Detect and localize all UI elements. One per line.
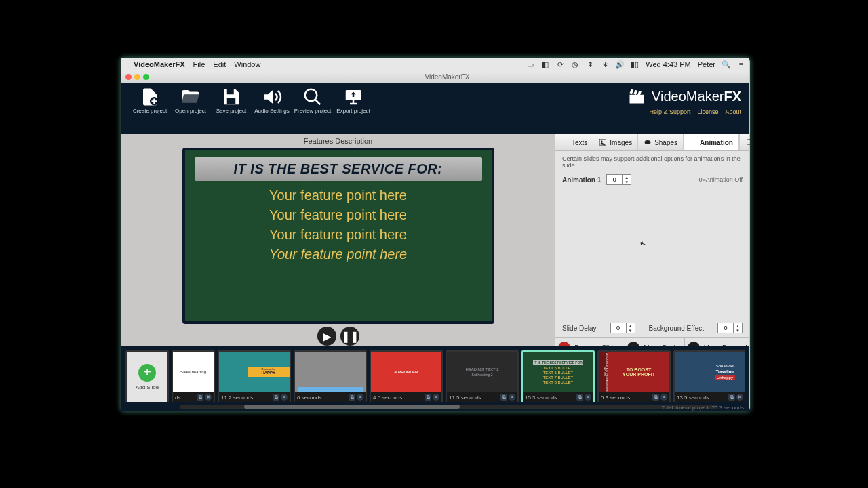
thumb: She lovesTravelingUnhappy	[675, 352, 745, 392]
timeline-slide-selected[interactable]: IT IS THE BEST SERVICE FOR TEXT 5 BULLET…	[521, 350, 595, 402]
clapperboard-icon	[627, 87, 646, 106]
play-button[interactable]: ▶	[317, 327, 336, 346]
menu-icon[interactable]: ◧	[541, 60, 549, 68]
bullet-2[interactable]: Your feature point here	[269, 207, 407, 223]
copy-icon[interactable]: ⧉	[728, 394, 735, 401]
slide-delay-label: Slide Delay	[562, 325, 597, 332]
tab-images[interactable]: Images	[593, 134, 638, 150]
timeline-scrollbar[interactable]	[180, 405, 718, 409]
tab-shapes[interactable]: Shapes	[638, 134, 684, 150]
menu-icon[interactable]: ▭	[526, 60, 534, 68]
delete-icon[interactable]: ✕	[357, 394, 363, 401]
spin-up-icon[interactable]: ▲	[623, 175, 631, 180]
spin-down-icon[interactable]: ▼	[623, 180, 631, 184]
delete-icon[interactable]: ✕	[433, 394, 439, 401]
copy-icon[interactable]: ⧉	[273, 394, 279, 401]
animation-icon	[689, 138, 697, 146]
speaker-icon	[262, 87, 282, 107]
svg-point-7	[645, 140, 651, 144]
copy-icon[interactable]: ⧉	[197, 394, 203, 401]
project-total-time: Total time of project: 70.3 seconds	[662, 405, 744, 411]
clock-icon[interactable]: ◷	[571, 60, 579, 68]
animation-value[interactable]	[607, 176, 622, 183]
animation-spinner[interactable]: ▲▼	[606, 174, 631, 185]
copy-icon[interactable]: ⧉	[425, 394, 431, 401]
folder-open-icon	[180, 87, 201, 107]
audio-settings-button[interactable]: Audio Settings	[252, 87, 292, 114]
side-panel: Texts Images Shapes Animation Certain sl…	[555, 134, 749, 358]
menubar-file[interactable]: File	[193, 60, 205, 68]
panel-body: Certain slides may support additional op…	[555, 151, 749, 319]
timeline-slide[interactable]: LET US SHOW YOU THE FEATURES WE INCLUDE …	[597, 350, 671, 402]
export-project-button[interactable]: Export project	[333, 87, 374, 114]
sync-icon[interactable]: ⟳	[556, 60, 564, 68]
cursor-icon: ↖	[638, 239, 648, 250]
thumb	[295, 352, 366, 392]
timeline-slide[interactable]: HEADING TEXT 2Subheading 2 11.5 seconds⧉…	[446, 350, 519, 402]
magnify-icon	[302, 87, 323, 107]
delete-icon[interactable]: ✕	[281, 394, 288, 401]
zoom-window-button[interactable]	[143, 74, 149, 80]
list-icon[interactable]: ≡	[737, 60, 745, 68]
add-slide-button[interactable]: + Add Slide	[125, 350, 169, 402]
canvas-area: Features Description IT IS THE BEST SERV…	[121, 134, 555, 358]
bullet-4[interactable]: Your feature point here	[269, 247, 407, 262]
bg-effect-spinner[interactable]: ▲▼	[717, 323, 743, 333]
menubar-window[interactable]: Window	[234, 60, 260, 68]
about-link[interactable]: About	[725, 108, 741, 115]
copy-icon[interactable]: ⧉	[500, 394, 507, 401]
menubar-clock[interactable]: Wed 4:43 PM	[646, 60, 690, 68]
license-link[interactable]: License	[697, 108, 718, 115]
bg-effect-label: Background Effect	[648, 325, 704, 332]
preview-project-button[interactable]: Preview project	[292, 87, 333, 114]
timeline-slide[interactable]: Run can beHAPPY 11.2 seconds⧉✕	[218, 350, 291, 402]
delete-icon[interactable]: ✕	[585, 394, 591, 401]
animation-off-hint: 0=Animation Off	[698, 176, 743, 183]
open-project-button[interactable]: Open project	[170, 87, 211, 114]
main-area: Features Description IT IS THE BEST SERV…	[121, 134, 749, 358]
svg-rect-8	[747, 140, 751, 145]
thumb: IT IS THE BEST SERVICE FOR TEXT 5 BULLET…	[523, 352, 593, 392]
window-title: VideoMakerFX	[149, 73, 745, 81]
menubar-app[interactable]: VideoMakerFX	[134, 60, 185, 68]
copy-icon[interactable]: ⧉	[576, 394, 583, 401]
battery-icon[interactable]: ▮▯	[631, 60, 639, 68]
slide-delay-spinner[interactable]: ▲▼	[610, 323, 635, 333]
minimize-window-button[interactable]	[134, 74, 140, 80]
timeline-slide[interactable]: A PROBLEM 4.5 seconds⧉✕	[370, 350, 443, 402]
timeline-slide[interactable]: She lovesTravelingUnhappy 13.5 seconds⧉✕	[673, 350, 745, 402]
wifi-icon[interactable]: ⇞	[586, 60, 594, 68]
tab-extra[interactable]	[739, 134, 759, 150]
menubar-edit[interactable]: Edit	[213, 60, 226, 68]
bluetooth-icon[interactable]: ∗	[601, 60, 609, 68]
copy-icon[interactable]: ⧉	[349, 394, 355, 401]
window-titlebar: VideoMakerFX	[121, 70, 749, 83]
copy-icon[interactable]: ⧉	[652, 394, 659, 401]
slide-title: Features Description	[304, 134, 373, 148]
delete-icon[interactable]: ✕	[736, 394, 743, 401]
create-project-button[interactable]: Create project	[130, 87, 170, 114]
tab-texts[interactable]: Texts	[555, 134, 593, 150]
scrollbar-thumb[interactable]	[244, 405, 460, 409]
delete-icon[interactable]: ✕	[660, 394, 667, 401]
save-project-button[interactable]: Save project	[211, 87, 252, 114]
slide-heading[interactable]: IT IS THE BEST SERVICE FOR:	[195, 157, 482, 181]
bullet-3[interactable]: Your feature point here	[269, 227, 407, 243]
menubar-user[interactable]: Peter	[698, 60, 715, 68]
spotlight-icon[interactable]: 🔍	[722, 60, 730, 68]
tab-animation[interactable]: Animation	[684, 134, 739, 150]
new-file-icon	[140, 87, 160, 107]
delete-icon[interactable]: ✕	[509, 394, 515, 401]
volume-icon[interactable]: 🔊	[616, 60, 624, 68]
timeline-slide[interactable]: Sales heading ds⧉✕	[172, 350, 215, 402]
pause-button[interactable]: ❚❚	[340, 327, 359, 346]
slide-canvas[interactable]: IT IS THE BEST SERVICE FOR: Your feature…	[182, 148, 494, 324]
timeline-slide[interactable]: 6 seconds⧉✕	[294, 350, 367, 402]
shapes-icon	[644, 138, 652, 146]
thumb: Run can beHAPPY	[219, 352, 290, 392]
help-link[interactable]: Help & Support	[649, 108, 690, 115]
delete-icon[interactable]: ✕	[205, 394, 212, 401]
close-window-button[interactable]	[125, 74, 132, 80]
thumb: HEADING TEXT 2Subheading 2	[447, 352, 517, 392]
bullet-1[interactable]: Your feature point here	[269, 188, 407, 203]
